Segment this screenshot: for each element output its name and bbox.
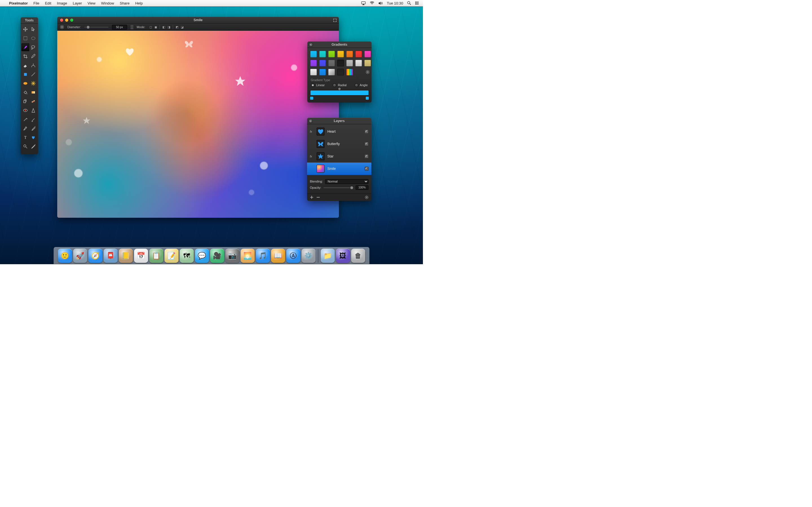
tool-bucket[interactable] — [21, 89, 29, 96]
tool-line[interactable] — [29, 70, 37, 78]
gradient-stop-left[interactable] — [310, 97, 313, 100]
window-zoom[interactable] — [70, 18, 73, 22]
menu-share[interactable]: Share — [117, 0, 133, 6]
tool-eraser[interactable] — [21, 61, 29, 69]
dock-notes-icon[interactable]: 📝 — [164, 249, 179, 263]
canvas[interactable] — [57, 31, 339, 218]
fullscreen-icon[interactable] — [333, 18, 337, 22]
menu-file[interactable]: File — [31, 0, 42, 6]
airplay-icon[interactable] — [361, 1, 366, 5]
gradient-swatch-8[interactable] — [319, 60, 326, 66]
layers-close[interactable] — [309, 119, 312, 123]
tool-heal[interactable] — [29, 98, 37, 105]
toolbar-gear-icon[interactable] — [60, 25, 64, 29]
volume-icon[interactable] — [378, 1, 383, 5]
mode-normal-icon[interactable]: ◻ — [149, 25, 153, 29]
tool-lasso[interactable] — [29, 43, 37, 51]
layer-visibility-toggle[interactable] — [364, 142, 368, 146]
window-close[interactable] — [60, 18, 63, 22]
tool-shape[interactable] — [21, 70, 29, 78]
mode-a-icon[interactable]: ◧ — [162, 25, 166, 29]
tool-oval-select[interactable] — [29, 34, 37, 42]
mode-c-icon[interactable]: ◩ — [175, 25, 179, 29]
tool-eyedropper[interactable] — [29, 124, 37, 132]
gradient-swatch-3[interactable] — [337, 51, 344, 57]
diameter-slider[interactable] — [84, 27, 109, 27]
app-menu[interactable]: Pixelmator — [6, 0, 31, 6]
gradient-stop-right[interactable] — [366, 97, 369, 100]
tool-pencil[interactable] — [29, 52, 37, 60]
dock-contacts-icon[interactable]: 📒 — [119, 249, 133, 263]
gradient-type-radial[interactable]: Radial — [333, 83, 347, 87]
gradient-swatch-12[interactable] — [355, 60, 362, 66]
gradient-swatch-4[interactable] — [346, 51, 353, 57]
opacity-value[interactable]: 100% — [356, 185, 368, 190]
tool-zoom[interactable] — [21, 143, 29, 151]
gradient-swatch-10[interactable] — [337, 60, 344, 66]
gradient-midpoint-handle[interactable] — [338, 88, 341, 90]
dock-facetime-icon[interactable]: 🎥 — [210, 249, 224, 263]
menu-window[interactable]: Window — [98, 0, 117, 6]
blending-select[interactable]: Normal — [325, 179, 368, 184]
dock-pixelmator-icon[interactable]: 🖼 — [336, 249, 350, 263]
dock-maps-icon[interactable]: 🗺 — [180, 249, 194, 263]
dock-reminders-icon[interactable]: 📋 — [149, 249, 163, 263]
window-minimize[interactable] — [65, 18, 68, 22]
tool-burn[interactable] — [29, 115, 37, 123]
tool-crop[interactable] — [21, 52, 29, 60]
gradient-swatch-17[interactable] — [337, 69, 344, 75]
layer-row-butterfly[interactable]: Butterfly — [307, 138, 371, 150]
gradient-swatch-9[interactable] — [328, 60, 335, 66]
layer-row-smile[interactable]: Smile — [307, 163, 371, 175]
dock-trash-icon[interactable]: 🗑 — [351, 249, 365, 263]
tool-clone[interactable] — [21, 98, 29, 105]
mode-d-icon[interactable]: ◪ — [180, 25, 184, 29]
tool-red-eye[interactable] — [21, 107, 29, 114]
tool-paint[interactable] — [29, 61, 37, 69]
layers-gear-icon[interactable] — [365, 195, 368, 199]
gradient-swatch-2[interactable] — [328, 51, 335, 57]
gradient-swatch-gear-icon[interactable] — [364, 69, 371, 75]
gradient-swatch-7[interactable] — [310, 60, 317, 66]
tool-blur[interactable] — [21, 79, 29, 87]
tool-sharpen[interactable] — [29, 107, 37, 114]
gradient-preview[interactable] — [310, 90, 369, 96]
gradient-type-angle[interactable]: Angle — [355, 83, 368, 87]
gradient-swatch-0[interactable] — [310, 51, 317, 57]
gradients-close[interactable] — [309, 43, 313, 47]
gradient-swatch-18[interactable] — [346, 69, 353, 75]
tool-brush[interactable] — [21, 43, 29, 51]
gradient-swatch-5[interactable] — [355, 51, 362, 57]
dock-documents-icon[interactable]: 📁 — [320, 249, 335, 263]
tool-pointer[interactable] — [29, 25, 37, 33]
diameter-stepper[interactable] — [131, 25, 133, 29]
dock-preferences-icon[interactable]: ⚙️ — [301, 249, 315, 263]
layer-row-heart[interactable]: fxHeart — [307, 125, 371, 138]
menu-layer[interactable]: Layer — [70, 0, 85, 6]
mode-fill-icon[interactable]: ◼ — [154, 25, 158, 29]
tool-gradient[interactable] — [29, 89, 37, 96]
dock-finder-icon[interactable]: 🙂 — [58, 249, 72, 263]
gradient-swatch-16[interactable] — [328, 69, 335, 75]
diameter-value[interactable]: 50 px — [112, 25, 127, 30]
gradient-swatch-14[interactable] — [310, 69, 317, 75]
gradient-swatch-1[interactable] — [319, 51, 326, 57]
tool-rect-select[interactable] — [21, 34, 29, 42]
tool-sparkle[interactable] — [29, 79, 37, 87]
layer-visibility-toggle[interactable] — [364, 167, 368, 171]
menu-help[interactable]: Help — [132, 0, 146, 6]
tool-move[interactable] — [21, 25, 29, 33]
remove-layer-icon[interactable] — [316, 195, 320, 199]
dock-messages-icon[interactable]: 💬 — [195, 249, 209, 263]
menu-clock[interactable]: Tue 10:30 — [387, 1, 403, 5]
gradient-swatch-13[interactable] — [364, 60, 371, 66]
spotlight-icon[interactable] — [407, 1, 411, 5]
dock-app-store-icon[interactable]: Ⓐ — [286, 249, 300, 263]
menu-view[interactable]: View — [85, 0, 98, 6]
tool-heart[interactable] — [29, 133, 37, 142]
menu-image[interactable]: Image — [54, 0, 70, 6]
dock-photo-booth-icon[interactable]: 📷 — [225, 249, 239, 263]
tool-text[interactable]: T — [21, 133, 29, 142]
dock-mail-icon[interactable]: 📮 — [103, 249, 117, 263]
layer-visibility-toggle[interactable] — [364, 154, 368, 158]
